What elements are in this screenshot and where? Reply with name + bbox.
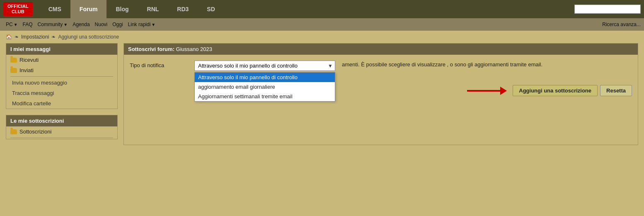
folder-icon xyxy=(10,68,17,73)
add-subscription-button[interactable]: Aggiungi una sottoscrizione xyxy=(513,85,598,96)
breadcrumb: 🏠 ❧ Impostazioni ❧ Aggiungi una sottoscr… xyxy=(0,31,644,43)
sidebar-divider xyxy=(10,76,113,77)
nav-sd[interactable]: SD xyxy=(198,0,224,18)
top-bar: OFFICIAL CLUB CMS Forum Blog RNL RD3 SD xyxy=(0,0,644,18)
form-row-notifica: Tipo di notifica Attraverso solo il mio … xyxy=(130,61,632,71)
dropdown-wrapper: Attraverso solo il mio pannello di contr… xyxy=(194,61,335,71)
reset-button[interactable]: Resetta xyxy=(600,85,632,96)
breadcrumb-sep2: ❧ xyxy=(51,34,56,40)
ricerca-avanzata-link[interactable]: Ricerca avanza... xyxy=(602,22,641,27)
search-input[interactable] xyxy=(574,5,641,14)
folder-icon xyxy=(10,129,17,134)
tipo-notifica-label: Tipo di notifica xyxy=(130,61,188,68)
panel-body: Tipo di notifica Attraverso solo il mio … xyxy=(124,55,638,83)
chevron-icon: ▼ xyxy=(63,22,68,27)
arrow-container xyxy=(467,87,507,95)
breadcrumb-impostazioni[interactable]: Impostazioni xyxy=(21,34,49,40)
sidebar: I miei messaggi Ricevuti Inviati Invia n… xyxy=(6,43,118,145)
nav-link-rapidi[interactable]: Link rapidi ▼ xyxy=(126,22,158,27)
breadcrumb-current: Aggiungi una sottoscrizione xyxy=(58,34,119,40)
dropdown-option-2[interactable]: aggiornamento email giornaliere xyxy=(195,82,335,92)
arrow-line xyxy=(467,90,500,92)
nav-forum[interactable]: Forum xyxy=(70,0,107,18)
secondary-nav: PC ▼ FAQ Community ▼ Agenda Nuovi Oggi L… xyxy=(0,18,644,31)
dropdown-popup[interactable]: Attraverso solo il mio pannello di contr… xyxy=(194,72,335,102)
sidebar-title-messaggi: I miei messaggi xyxy=(6,44,117,55)
nav-oggi[interactable]: Oggi xyxy=(110,22,125,27)
sidebar-section-sottoscrizioni: Le mie sottoscrizioni Sottoscrizioni xyxy=(6,115,118,139)
main-nav: CMS Forum Blog RNL RD3 SD xyxy=(39,0,574,18)
logo: OFFICIAL CLUB xyxy=(3,2,33,16)
main-content: I miei messaggi Ricevuti Inviati Invia n… xyxy=(0,43,644,151)
panel-title: Sottoscrivi forum: Giussano 2023 xyxy=(124,44,638,55)
sidebar-divider2 xyxy=(10,138,113,138)
folder-icon xyxy=(10,58,17,63)
nav-community[interactable]: Community ▼ xyxy=(35,22,70,27)
chevron-icon: ▼ xyxy=(151,22,155,27)
home-icon[interactable]: 🏠 xyxy=(6,34,12,40)
nav-rd3[interactable]: RD3 xyxy=(168,0,198,18)
sidebar-link-traccia[interactable]: Traccia messaggi xyxy=(6,88,117,98)
forum-name: Giussano 2023 xyxy=(176,46,212,52)
nav-blog[interactable]: Blog xyxy=(107,0,138,18)
dropdown-option-1[interactable]: Attraverso solo il mio pannello di contr… xyxy=(195,73,335,82)
nav-pc[interactable]: PC ▼ xyxy=(3,22,20,27)
sidebar-link-modifica[interactable]: Modifica cartelle xyxy=(6,98,117,109)
breadcrumb-sep1: ❧ xyxy=(15,34,19,40)
sidebar-item-inviati[interactable]: Inviati xyxy=(6,65,117,75)
nav-faq[interactable]: FAQ xyxy=(20,22,35,27)
arrow-head xyxy=(500,87,507,95)
nav-nuovi[interactable]: Nuovi xyxy=(92,22,110,27)
sidebar-item-ricevuti[interactable]: Ricevuti xyxy=(6,55,117,65)
sidebar-section-messaggi: I miei messaggi Ricevuti Inviati Invia n… xyxy=(6,43,118,109)
sidebar-item-sottoscrizioni[interactable]: Sottoscrizioni xyxy=(6,126,117,137)
nav-cms[interactable]: CMS xyxy=(39,0,70,18)
sidebar-link-invia[interactable]: Invia nuovo messaggio xyxy=(6,78,117,88)
nav-agenda[interactable]: Agenda xyxy=(70,22,92,27)
red-arrow xyxy=(467,87,507,95)
dropdown-option-3[interactable]: Aggiornamenti settimanali tremite email xyxy=(195,92,335,101)
nav-rnl[interactable]: RNL xyxy=(138,0,168,18)
tipo-notifica-select[interactable]: Attraverso solo il mio pannello di contr… xyxy=(194,61,335,71)
main-panel: Sottoscrivi forum: Giussano 2023 Tipo di… xyxy=(123,43,638,145)
description-text: amenti. È possibile scegliere di visuali… xyxy=(342,61,542,69)
sidebar-title-sottoscrizioni: Le mie sottoscrizioni xyxy=(6,115,117,126)
chevron-icon: ▼ xyxy=(14,22,18,27)
